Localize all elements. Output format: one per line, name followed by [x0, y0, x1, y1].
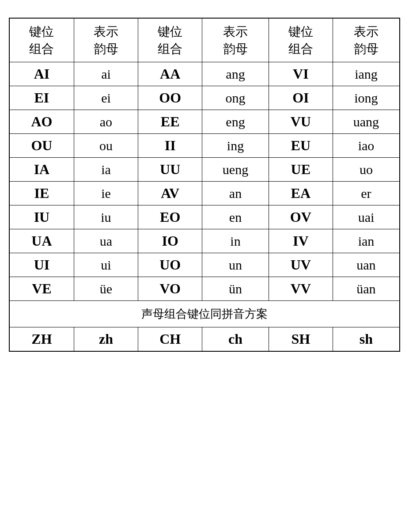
- table-row: EIeiOOongOIiong: [9, 86, 400, 110]
- header-col5: 键位 组合: [269, 18, 333, 62]
- table-row: OUouIIingEUiao: [9, 134, 400, 158]
- phonetic-cell-6-2: uai: [333, 205, 400, 229]
- phonetic-cell-3-1: ing: [202, 134, 269, 158]
- key-combo: UI: [34, 257, 50, 273]
- footer-note-row: 声母组合键位同拼音方案: [9, 301, 400, 327]
- table-row: IUiuEOenOVuai: [9, 205, 400, 229]
- key-combo: VV: [291, 281, 311, 296]
- key-cell-6-0: IU: [9, 205, 74, 229]
- key-cell-1-1: OO: [138, 86, 202, 110]
- phonetic-cell-0-2: iang: [333, 62, 400, 86]
- phonetic-cell-7-0: ua: [74, 229, 138, 253]
- final-phonetic-cell-0-2: sh: [333, 327, 400, 352]
- key-combo: UO: [159, 257, 181, 273]
- key-combo: IE: [34, 185, 49, 201]
- key-combo: CH: [159, 331, 181, 347]
- key-combo: EE: [161, 114, 180, 129]
- phonetic-value: uang: [353, 114, 379, 129]
- key-combo: VE: [32, 281, 51, 296]
- phonetic-cell-7-2: ian: [333, 229, 400, 253]
- key-cell-7-1: IO: [138, 229, 202, 253]
- phonetic-value: ei: [101, 91, 111, 105]
- phonetic-cell-1-2: iong: [333, 86, 400, 110]
- final-phonetic-cell-0-0: zh: [74, 327, 138, 352]
- phonetic-cell-6-1: en: [202, 205, 269, 229]
- phonetic-cell-2-2: uang: [333, 110, 400, 134]
- phonetic-value: ui: [101, 258, 111, 272]
- key-cell-3-1: II: [138, 134, 202, 158]
- key-combo: VU: [291, 114, 311, 129]
- key-cell-8-1: UO: [138, 253, 202, 277]
- key-cell-3-2: EU: [269, 134, 333, 158]
- key-combo: AV: [161, 185, 179, 201]
- key-combo: UU: [160, 161, 180, 177]
- phonetic-value: ai: [101, 67, 111, 81]
- phonetic-value: üe: [100, 281, 112, 296]
- key-combo: OO: [159, 90, 181, 106]
- table-row: AIaiAAangVIiang: [9, 62, 400, 86]
- key-cell-5-1: AV: [138, 182, 202, 205]
- key-combo: EA: [291, 185, 311, 201]
- phonetic-cell-0-1: ang: [202, 62, 269, 86]
- phonetic-value: iang: [355, 67, 378, 81]
- phonetic-value: zh: [99, 331, 113, 347]
- key-combo: II: [165, 137, 176, 153]
- key-combo: AI: [34, 66, 50, 82]
- phonetic-value: iu: [101, 210, 111, 224]
- key-cell-5-2: EA: [269, 182, 333, 205]
- key-cell-1-0: EI: [9, 86, 74, 110]
- key-cell-1-2: OI: [269, 86, 333, 110]
- key-combo: AO: [31, 114, 52, 129]
- phonetic-value: ia: [101, 162, 111, 177]
- key-combo: UE: [291, 161, 311, 177]
- key-combo: EI: [34, 90, 49, 106]
- key-cell-7-2: IV: [269, 229, 333, 253]
- main-container: 键位 组合 表示 韵母 键位 组合 表示 韵母 键位 组合: [9, 18, 400, 352]
- key-combo: UA: [31, 233, 52, 249]
- key-combo: OV: [290, 209, 311, 225]
- phonetic-cell-1-1: ong: [202, 86, 269, 110]
- key-cell-3-0: OU: [9, 134, 74, 158]
- key-cell-9-1: VO: [138, 277, 202, 301]
- table-row: UIuiUOunUVuan: [9, 253, 400, 277]
- phonetic-cell-8-2: uan: [333, 253, 400, 277]
- table-row: UAuaIOinIVian: [9, 229, 400, 253]
- key-cell-4-0: IA: [9, 158, 74, 182]
- phonetic-cell-8-0: ui: [74, 253, 138, 277]
- phonetic-cell-9-2: üan: [333, 277, 400, 301]
- phonetic-value: uan: [356, 258, 375, 272]
- phonetic-value: in: [230, 234, 240, 248]
- header-col6: 表示 韵母: [333, 18, 400, 62]
- phonetic-value: iao: [358, 138, 375, 153]
- key-cell-7-0: UA: [9, 229, 74, 253]
- key-combo: IO: [162, 233, 178, 249]
- phonetic-table: 键位 组合 表示 韵母 键位 组合 表示 韵母 键位 组合: [9, 18, 400, 352]
- phonetic-value: ao: [100, 114, 112, 129]
- key-combo: OU: [31, 137, 52, 153]
- phonetic-value: ing: [227, 138, 244, 153]
- table-body: AIaiAAangVIiangEIeiOOongOIiongAOaoEEengV…: [9, 62, 400, 352]
- phonetic-cell-4-2: uo: [333, 158, 400, 182]
- phonetic-cell-3-2: iao: [333, 134, 400, 158]
- phonetic-value: ie: [101, 186, 111, 201]
- key-combo: UV: [291, 257, 311, 273]
- header-col4: 表示 韵母: [202, 18, 269, 62]
- phonetic-value: ch: [228, 331, 242, 347]
- phonetic-value: an: [229, 186, 242, 201]
- final-key-cell-0-1: CH: [138, 327, 202, 352]
- phonetic-cell-5-1: an: [202, 182, 269, 205]
- key-cell-4-2: UE: [269, 158, 333, 182]
- key-cell-6-2: OV: [269, 205, 333, 229]
- phonetic-value: uo: [360, 162, 373, 177]
- phonetic-value: ün: [229, 281, 242, 296]
- final-row: ZHzhCHchSHsh: [9, 327, 400, 352]
- final-phonetic-cell-0-1: ch: [202, 327, 269, 352]
- phonetic-value: sh: [360, 331, 373, 347]
- key-cell-8-2: UV: [269, 253, 333, 277]
- phonetic-cell-4-0: ia: [74, 158, 138, 182]
- key-cell-9-0: VE: [9, 277, 74, 301]
- key-combo: ZH: [31, 331, 52, 347]
- key-combo: IA: [34, 161, 50, 177]
- phonetic-value: ua: [100, 234, 112, 248]
- key-combo: OI: [292, 90, 309, 106]
